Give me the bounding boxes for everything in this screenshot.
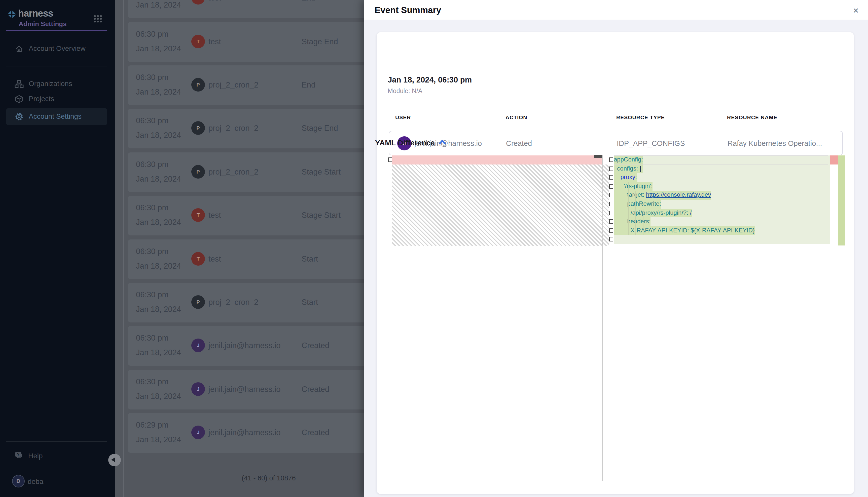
overview-ruler-removed <box>830 155 838 164</box>
user-name: deba <box>28 478 43 485</box>
table-row[interactable]: 06:30 pmJan 18, 2024Jjenil.jain@harness.… <box>128 326 364 366</box>
event-date: Jan 18, 2024 <box>136 261 181 270</box>
sidebar-item-account-overview[interactable]: Account Overview <box>6 40 107 57</box>
table-row[interactable]: 06:30 pmJan 18, 2024Pproj_2_cron_2Stage … <box>128 152 364 192</box>
event-action: Start <box>302 254 318 263</box>
event-time: 06:30 pm <box>136 116 168 126</box>
avatar: P <box>191 122 205 135</box>
event-date: Jan 18, 2024 <box>136 305 181 314</box>
event-date: Jan 18, 2024 <box>136 218 181 227</box>
scrollbar-thumb[interactable] <box>594 155 602 158</box>
event-user: jenil.jain@harness.io <box>208 341 281 350</box>
sidebar-collapse-button[interactable] <box>108 454 121 466</box>
sidebar-subtitle: Admin Settings <box>19 20 67 28</box>
sidebar: harness Admin Settings Account OverviewO… <box>0 0 115 497</box>
pagination-range: (41 - 60) of 10876 <box>242 474 296 482</box>
event-action: Stage End <box>302 37 338 46</box>
help-label: Help <box>28 452 43 460</box>
table-row[interactable]: 06:30 pmJan 18, 2024Pproj_2_cron_2Start <box>128 283 364 323</box>
diff-glyph-box <box>609 228 613 233</box>
event-row[interactable]: J jenil.jain@harness.io Created IDP_APP_… <box>389 131 843 155</box>
diff-glyph-box <box>388 157 392 162</box>
yaml-diff-editor[interactable]: appConfig: configs: |- proxy: '/rs-plugi… <box>388 155 845 481</box>
sidebar-item-label: Account Settings <box>29 112 82 120</box>
sidebar-item-account-settings[interactable]: Account Settings <box>6 108 107 125</box>
diff-empty-region <box>392 164 609 246</box>
event-action: End <box>302 0 315 2</box>
column-header-user: USER <box>395 114 411 120</box>
event-time: 06:30 pm <box>136 73 168 82</box>
diff-added-line: '/rs-plugin': <box>614 182 830 191</box>
event-date: Jan 18, 2024 <box>136 87 181 97</box>
avatar: P <box>191 165 205 178</box>
table-row[interactable]: 06:30 pmJan 18, 2024TtestStart <box>128 239 364 279</box>
current-line-highlight <box>614 155 828 165</box>
table-row[interactable]: 06:30 pmJan 18, 2024TtestStage End <box>128 22 364 62</box>
event-user: test <box>208 211 221 220</box>
event-time: 06:30 pm <box>136 203 168 212</box>
app-grid-icon[interactable] <box>94 15 102 23</box>
avatar: P <box>191 295 205 309</box>
user-menu[interactable]: D deba <box>12 475 103 489</box>
event-time: 06:30 pm <box>136 29 168 39</box>
event-time: 06:30 pm <box>136 334 168 343</box>
chevron-left-icon <box>111 457 115 462</box>
diff-glyph-box <box>609 157 613 162</box>
sidebar-accent-rule <box>6 30 107 31</box>
column-header-resource-type: RESOURCE TYPE <box>616 114 665 120</box>
event-action: Created <box>302 428 329 437</box>
screen: harness Admin Settings Account OverviewO… <box>0 0 868 497</box>
table-row[interactable]: 06:30 pmJan 18, 2024TtestStage Start <box>128 196 364 236</box>
avatar: T <box>191 208 205 222</box>
table-row[interactable]: 06:29 pmJan 18, 2024Jjenil.jain@harness.… <box>128 413 364 453</box>
event-time: 06:29 pm <box>136 421 168 430</box>
table-row[interactable]: 06:30 pmJan 18, 2024Pproj_2_cron_2Stage … <box>128 109 364 148</box>
event-user: test <box>208 37 221 46</box>
event-action: End <box>302 81 315 89</box>
indent-guide <box>643 209 644 235</box>
diff-glyph-box <box>609 166 613 171</box>
event-date: Jan 18, 2024 <box>136 174 181 183</box>
diff-glyph-box <box>609 219 613 224</box>
avatar: T <box>191 252 205 265</box>
event-user: jenil.jain@harness.io <box>208 385 281 394</box>
diff-glyph-box <box>609 237 613 242</box>
close-icon[interactable]: ✕ <box>850 5 862 16</box>
event-time: 06:30 pm <box>136 160 168 169</box>
sidebar-divider <box>6 66 107 67</box>
event-user: proj_2_cron_2 <box>208 167 258 176</box>
avatar: T <box>191 0 205 4</box>
event-date: Jan 18, 2024 <box>136 349 181 357</box>
diff-removed-line <box>392 155 602 164</box>
sidebar-item-label: Projects <box>29 95 54 103</box>
diff-added-line: pathRewrite: <box>614 200 830 209</box>
event-action: Stage Start <box>302 167 341 176</box>
diff-sash[interactable] <box>602 155 603 481</box>
indent-guide <box>621 173 622 235</box>
event-action: Start <box>302 298 318 307</box>
audit-log-list: 06:30 pmJan 18, 2024TtestEnd06:30 pmJan … <box>115 0 364 497</box>
drawer-header: Event Summary ✕ <box>364 0 868 20</box>
diff-added-line <box>614 235 830 244</box>
event-user: test <box>208 0 221 2</box>
sidebar-item-organizations[interactable]: Organizations <box>6 75 107 93</box>
table-row[interactable]: 06:30 pmJan 18, 2024Jjenil.jain@harness.… <box>128 369 364 409</box>
diff-glyph-box <box>609 211 613 215</box>
sidebar-item-help[interactable]: ? Help <box>14 451 105 462</box>
event-user: test <box>208 254 221 263</box>
table-row[interactable]: 06:30 pmJan 18, 2024TtestEnd <box>128 0 364 18</box>
event-date: Jan 18, 2024 <box>136 435 181 444</box>
cube-icon <box>15 95 24 104</box>
event-user: proj_2_cron_2 <box>208 298 258 307</box>
diff-glyph-box <box>609 175 613 180</box>
avatar: T <box>191 34 205 48</box>
yaml-difference-label: YAML Difference <box>375 138 435 147</box>
chevron-up-icon[interactable] <box>439 139 445 144</box>
home-icon <box>15 44 24 53</box>
sidebar-item-projects[interactable]: Projects <box>6 90 107 108</box>
event-resource-type: IDP_APP_CONFIGS <box>617 139 685 147</box>
table-row[interactable]: 06:30 pmJan 18, 2024Pproj_2_cron_2End <box>128 66 364 105</box>
event-time: 06:30 pm <box>136 290 168 299</box>
avatar: J <box>191 339 205 352</box>
diff-added-line: proxy: <box>614 173 830 182</box>
